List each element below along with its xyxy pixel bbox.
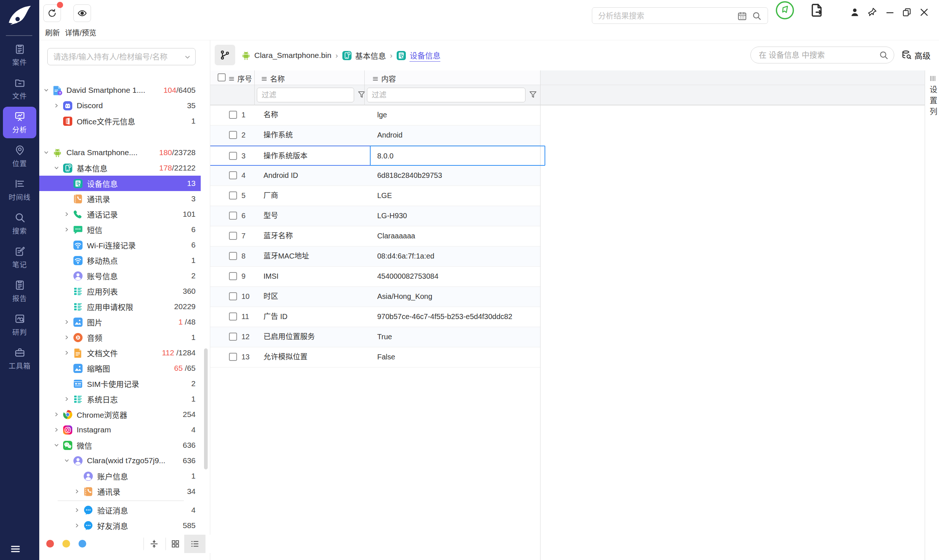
tree-item[interactable]: 账户信息1 [39,468,201,484]
tree-item[interactable]: 验证消息4 [39,502,201,518]
tree-item[interactable]: 短信6 [39,222,201,237]
tree-scrollbar[interactable] [204,348,208,469]
funnel-filter-icon[interactable] [528,90,538,99]
yellow-filter-dot[interactable] [62,540,70,548]
column-menu-icon[interactable] [372,75,379,82]
chevron-down-icon[interactable] [54,165,63,171]
list-view-icon[interactable] [190,539,200,549]
breadcrumb-section[interactable]: 基本信息 [355,50,386,61]
chevron-right-icon[interactable] [54,103,63,108]
chevron-right-icon[interactable] [64,319,73,325]
pin-icon[interactable] [867,7,877,18]
row-checkbox[interactable] [229,152,237,160]
tree-item[interactable]: 微信636 [39,437,201,453]
chevron-right-icon[interactable] [54,427,63,432]
tree-item[interactable]: 文档文件112 /1284 [39,345,201,360]
sidebar-item-case[interactable]: 案件 [0,38,39,72]
advanced-search-button[interactable]: 高级 [902,49,931,61]
chevron-right-icon[interactable] [64,397,73,402]
sidebar-item-report[interactable]: 报告 [0,274,39,308]
tree-item[interactable]: 账号信息2 [39,268,201,283]
chevron-down-icon[interactable] [54,443,63,448]
holder-select[interactable] [47,48,196,65]
table-row[interactable]: 5厂商LGE [210,186,540,206]
tree-item[interactable]: 通话记录101 [39,206,201,222]
sidebar-item-search[interactable]: 搜索 [0,207,39,241]
row-checkbox[interactable] [229,131,237,139]
table-row[interactable]: 7蓝牙名称Claraaaaaa [210,226,540,246]
holder-select-input[interactable] [53,48,178,65]
sidebar-item-judge[interactable]: 研判 [0,308,39,342]
blue-filter-dot[interactable] [79,540,86,548]
table-row[interactable]: 9IMSI454000082753084 [210,267,540,287]
column-header-name[interactable]: 名称 [261,73,285,84]
tree-item[interactable]: 基本信息178/22122 [39,160,201,176]
tree-item[interactable]: 设备信息13 [39,176,201,191]
tree-item[interactable]: 通讯录34 [39,484,201,499]
table-row[interactable]: 2操作系统Android [210,125,540,146]
tree-item[interactable]: Chrome浏览器254 [39,407,201,422]
table-row[interactable]: 12已启用位置服务True [210,327,540,347]
row-checkbox[interactable] [229,252,237,260]
global-search-input[interactable] [598,8,730,23]
breadcrumb-page[interactable]: 设备信息 [410,49,440,62]
chevron-down-icon[interactable] [64,458,73,463]
menu-hamburger-icon[interactable] [10,544,20,554]
row-checkbox[interactable] [229,111,237,119]
red-filter-dot[interactable] [46,540,54,548]
table-row[interactable]: 3操作系统版本8.0.0 [210,146,540,166]
tag-badge-icon[interactable] [775,0,795,20]
sidebar-item-timeline[interactable]: 时间线 [0,173,39,207]
chevron-down-icon[interactable] [44,150,52,155]
collapse-all-icon[interactable] [150,539,159,549]
table-row[interactable]: 4Android ID6d818c2840b29753 [210,166,540,186]
tree-item[interactable]: Clara(wxid t7zgo57j9...636 [39,453,201,468]
select-all-checkbox[interactable] [217,73,226,82]
cell-value[interactable]: 8.0.0 [377,146,393,166]
column-settings-tab[interactable]: 设置列 [927,75,939,118]
row-checkbox[interactable] [229,332,237,341]
tree-item[interactable]: 图片1 /48 [39,314,201,330]
tree-item[interactable]: 好友消息585 [39,518,201,533]
chevron-right-icon[interactable] [64,227,73,232]
tree-item[interactable]: 通讯录3 [39,191,201,206]
sidebar-item-analysis[interactable]: 分析 [0,106,39,139]
row-checkbox[interactable] [229,353,237,361]
tree-item[interactable]: Discord35 [39,98,201,113]
sidebar-item-files[interactable]: 文件 [0,72,39,106]
tree-item[interactable]: Clara Smartphone....180/23728 [39,145,201,160]
chevron-right-icon[interactable] [64,212,73,217]
row-checkbox[interactable] [229,292,237,300]
name-filter-input[interactable] [262,88,344,102]
tree-item[interactable]: 缩略图65 /65 [39,360,201,376]
tree-item[interactable]: 移动热点1 [39,253,201,268]
table-row[interactable]: 8蓝牙MAC地址08:d4:6a:7f:1a:ed [210,246,540,267]
row-checkbox[interactable] [229,212,237,220]
search-icon[interactable] [879,50,889,60]
context-search-input[interactable] [759,47,873,63]
tree-item[interactable]: ?David Smartphone 1....104/6405 [39,83,201,98]
chevron-right-icon[interactable] [74,489,83,494]
table-row[interactable]: 11广告 ID970b57ce-46c7-4f55-b253-e5d4f30dd… [210,307,540,327]
branch-view-button[interactable] [215,45,235,65]
calendar-icon[interactable] [737,11,747,21]
minimize-icon[interactable] [885,7,896,18]
chevron-down-icon[interactable] [44,88,52,93]
row-checkbox[interactable] [229,272,237,280]
tree-item[interactable]: Wi-Fi连接记录6 [39,237,201,253]
tree-item[interactable]: Instagram4 [39,422,201,437]
user-icon[interactable] [850,7,860,18]
table-row[interactable]: 13允许模拟位置False [210,347,540,368]
tree-item[interactable]: SIM卡使用记录2 [39,376,201,391]
chevron-right-icon[interactable] [74,523,83,528]
close-icon[interactable] [919,7,930,18]
sidebar-item-toolbox[interactable]: 工具箱 [0,342,39,375]
chevron-right-icon[interactable] [64,350,73,355]
grid-view-icon[interactable] [171,539,180,549]
tree-item[interactable]: 应用列表360 [39,283,201,299]
table-row[interactable]: 1名称lge [210,105,540,125]
tree-item[interactable]: 系统日志1 [39,391,201,407]
column-menu-icon[interactable] [228,75,235,82]
tree-item[interactable]: Office文件元信息1 [39,113,201,129]
chevron-right-icon[interactable] [64,335,73,340]
